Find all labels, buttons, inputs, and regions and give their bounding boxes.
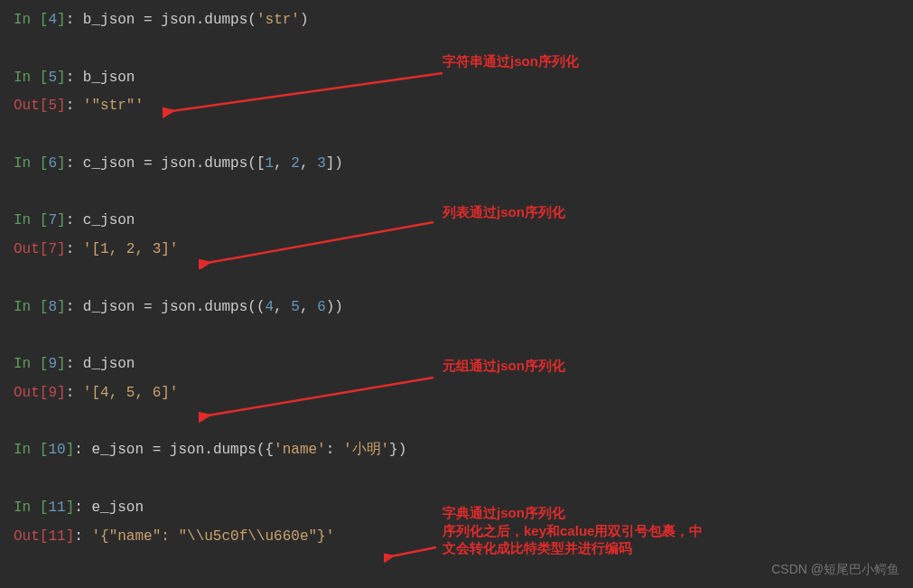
annotation-dict: 字典通过json序列化 序列化之后，key和calue用双引号包裹，中 文会转化…: [443, 504, 804, 557]
code-line-in-10: In [10]: e_json = json.dumps({'name': '小…: [14, 439, 899, 462]
watermark: CSDN @短尾巴小鳄鱼: [771, 559, 899, 579]
output-value-9: '[4, 5, 6]': [83, 385, 179, 401]
prompt-out: Out: [14, 98, 40, 114]
annotation-string: 字符串通过json序列化: [443, 52, 579, 70]
code-line-in-8: In [8]: d_json = json.dumps((4, 5, 6)): [14, 296, 899, 320]
code-line-out-9: Out[9]: '[4, 5, 6]': [14, 382, 899, 406]
code-line-in-4: In [4]: b_json = json.dumps('str'): [14, 9, 899, 33]
code-line-in-6: In [6]: c_json = json.dumps([1, 2, 3]): [14, 153, 899, 176]
bracket: [: [40, 12, 49, 28]
prompt-in: In: [14, 70, 40, 86]
output-value-7: '[1, 2, 3]': [83, 241, 179, 257]
idx: 4: [48, 12, 57, 28]
annotation-list: 列表通过json序列化: [443, 203, 565, 221]
annotation-tuple: 元组通过json序列化: [443, 357, 565, 375]
code-line-out-5: Out[5]: '"str"': [14, 95, 899, 118]
code-line-out-7: Out[7]: '[1, 2, 3]': [14, 238, 899, 262]
bracket: ]: [57, 12, 66, 28]
output-value-11: '{"name": "\\u5c0f\\u660e"}': [91, 528, 334, 545]
output-value-5: '"str"': [83, 98, 144, 114]
prompt-in: In: [14, 12, 40, 28]
svg-line-7: [391, 547, 436, 556]
